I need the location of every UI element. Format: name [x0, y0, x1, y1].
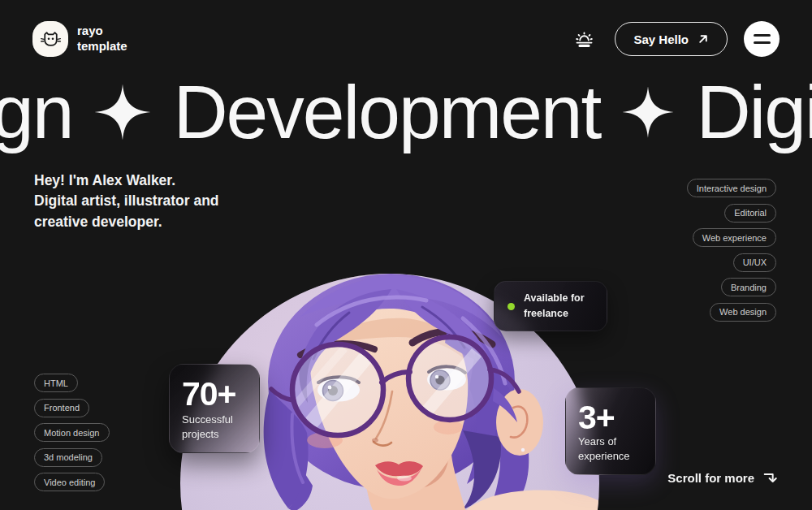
intro-line-1: Hey! I'm Alex Walker.: [34, 171, 219, 191]
stat-label-line-1: Successful: [182, 413, 233, 426]
stat-label: Successful projects: [182, 413, 247, 442]
header-actions: Say Hello: [570, 21, 780, 57]
scroll-label: Scroll for more: [667, 471, 754, 485]
skill-tag: Motion design: [34, 423, 110, 442]
brand-logo[interactable]: rayo template: [32, 21, 127, 57]
hero-section: rayo template Say Hello: [0, 0, 812, 510]
intro-text: Hey! I'm Alex Walker. Digital artist, il…: [34, 171, 219, 232]
marquee-segment: Digita: [696, 75, 812, 150]
status-dot-icon: [508, 303, 515, 310]
intro-line-3: creative developer.: [34, 212, 219, 232]
brand-name: rayo template: [77, 24, 127, 54]
menu-bar-icon: [754, 41, 771, 44]
availability-text: Available for freelance: [524, 291, 585, 322]
menu-button[interactable]: [744, 21, 780, 57]
skill-tag: Video editing: [34, 473, 105, 491]
skill-tag: HTML: [34, 374, 78, 392]
menu-bar-icon: [754, 34, 771, 37]
skill-tag: Frontend: [34, 399, 89, 417]
cat-logo-icon: [32, 21, 68, 57]
stat-card-projects: 70+ Successful projects: [169, 364, 260, 453]
arrow-turn-down-icon: [762, 470, 778, 486]
availability-line-2: freelance: [524, 308, 568, 319]
stat-card-experience: 3+ Years of experience: [565, 387, 656, 475]
skill-tag: 3d modeling: [34, 448, 102, 467]
sparkle-star-icon: [93, 83, 152, 141]
marquee-segment: gn: [0, 75, 72, 150]
brand-line-1: rayo: [77, 24, 127, 39]
stat-label-line-2: experience: [578, 450, 630, 462]
skill-tags-left: HTMLFrontendMotion design3d modelingVide…: [34, 374, 110, 491]
stat-label-line-2: projects: [182, 428, 219, 440]
sunrise-icon: [573, 29, 595, 50]
sparkle-star-icon: [621, 85, 675, 139]
say-hello-label: Say Hello: [633, 32, 689, 46]
availability-badge: Available for freelance: [494, 281, 607, 331]
stat-label: Years of experience: [578, 434, 643, 464]
intro-line-2: Digital artist, illustrator and: [34, 191, 219, 211]
marquee-segment: Development: [173, 75, 600, 150]
skill-tag: UI/UX: [733, 253, 776, 272]
skill-tag: Interactive design: [687, 179, 776, 197]
skill-tag: Web experience: [693, 228, 776, 247]
stat-label-line-1: Years of: [578, 435, 616, 447]
scroll-for-more[interactable]: Scroll for more: [667, 470, 778, 486]
arrow-up-right-icon: [698, 33, 709, 45]
skill-tag: Branding: [721, 278, 776, 296]
availability-line-1: Available for: [524, 292, 585, 304]
brand-line-2: template: [77, 39, 127, 54]
skill-tags-right: Interactive designEditorialWeb experienc…: [687, 179, 776, 322]
header: rayo template Say Hello: [0, 0, 812, 78]
skill-tag: Editorial: [724, 204, 776, 223]
headline-marquee: gn Development Digita: [0, 70, 812, 154]
skill-tag: Web design: [710, 303, 776, 322]
theme-toggle-button[interactable]: [570, 26, 598, 53]
stat-value: 70+: [182, 378, 247, 411]
say-hello-button[interactable]: Say Hello: [615, 22, 728, 56]
stat-value: 3+: [578, 401, 643, 434]
